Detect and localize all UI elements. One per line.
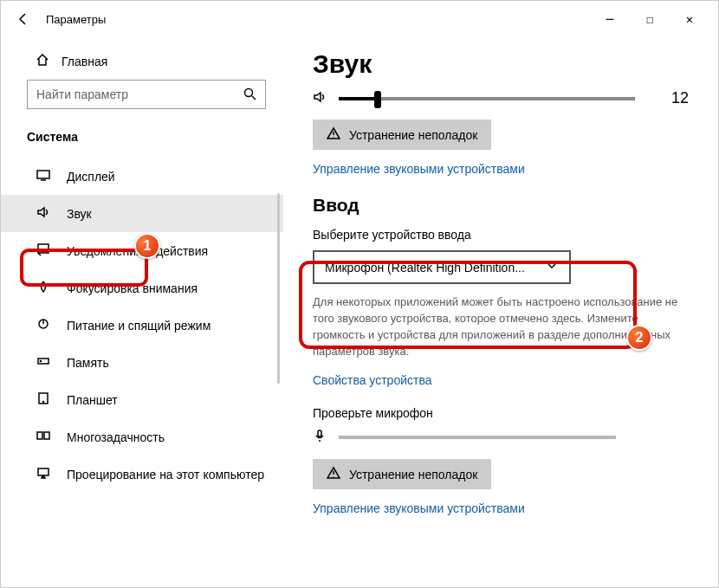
input-choose-label: Выберите устройство ввода <box>313 228 689 242</box>
sidebar-item-display[interactable]: Дисплей <box>1 158 283 195</box>
volume-value: 12 <box>654 89 689 107</box>
sidebar-item-label: Питание и спящий режим <box>67 319 211 333</box>
close-button[interactable]: ✕ <box>682 12 697 26</box>
sidebar-scrollbar[interactable] <box>277 193 280 384</box>
svg-point-0 <box>245 88 253 96</box>
annotation-badge-1: 1 <box>134 233 160 259</box>
button-label: Устранение неполадок <box>349 468 477 481</box>
dropdown-value: Микрофон (Realtek High Definition... <box>325 261 525 275</box>
chevron-down-icon <box>545 259 559 275</box>
warning-icon <box>327 466 340 482</box>
home-label: Главная <box>62 55 107 68</box>
body: Главная Найти параметр Система Дисплей <box>1 37 718 587</box>
sidebar-item-sound[interactable]: Звук <box>1 195 283 232</box>
sidebar-item-label: Планшет <box>67 393 118 407</box>
troubleshoot-output-button[interactable]: Устранение неполадок <box>313 120 491 150</box>
manage-devices-link[interactable]: Управление звуковыми устройствами <box>313 162 689 176</box>
arrow-left-icon <box>16 12 30 26</box>
window-title: Параметры <box>46 13 106 26</box>
sidebar-item-label: Звук <box>67 207 92 221</box>
input-heading: Ввод <box>313 195 689 216</box>
troubleshoot-input-button[interactable]: Устранение неполадок <box>313 459 491 489</box>
back-button[interactable] <box>8 3 39 35</box>
sidebar-item-focus[interactable]: Фокусировка внимания <box>1 269 283 307</box>
power-icon <box>36 317 51 333</box>
speaker-icon <box>313 90 327 107</box>
window-controls: ─ ☐ ✕ <box>602 12 711 26</box>
volume-row: 12 <box>313 89 689 107</box>
microphone-icon <box>313 429 327 445</box>
svg-rect-8 <box>37 432 42 439</box>
focus-icon <box>36 280 51 296</box>
page-title: Звук <box>313 49 689 79</box>
home-icon <box>36 53 49 69</box>
sidebar: Главная Найти параметр Система Дисплей <box>1 37 283 587</box>
nav-list: Дисплей Звук Уведомления и действия Фоку… <box>1 158 283 493</box>
button-label: Устранение неполадок <box>349 128 477 142</box>
sidebar-item-tablet[interactable]: Планшет <box>1 381 283 418</box>
annotation-badge-2: 2 <box>626 325 652 351</box>
svg-point-5 <box>40 360 41 361</box>
settings-window: Параметры ─ ☐ ✕ Главная Найти параметр <box>0 0 719 588</box>
svg-rect-1 <box>37 171 49 178</box>
device-properties-link[interactable]: Свойства устройства <box>313 373 689 387</box>
section-heading: Система <box>1 121 283 158</box>
main-content: Звук 12 Устранение неполадок Управление … <box>283 37 718 587</box>
home-link[interactable]: Главная <box>1 44 283 80</box>
mic-test-row <box>313 429 689 445</box>
search-input[interactable]: Найти параметр <box>27 80 266 109</box>
warning-icon <box>327 126 340 143</box>
titlebar: Параметры ─ ☐ ✕ <box>1 1 718 37</box>
svg-rect-9 <box>44 432 49 439</box>
test-mic-label: Проверьте микрофон <box>313 406 689 420</box>
svg-point-7 <box>43 402 44 403</box>
multitasking-icon <box>36 429 51 445</box>
tablet-icon <box>36 391 51 408</box>
display-icon <box>36 168 51 184</box>
svg-rect-11 <box>318 430 321 436</box>
mic-level-bar <box>339 436 616 439</box>
volume-slider[interactable] <box>339 97 635 100</box>
manage-devices-link-2[interactable]: Управление звуковыми устройствами <box>313 501 689 515</box>
sidebar-item-label: Память <box>67 356 109 370</box>
sidebar-item-label: Многозадачность <box>67 430 165 444</box>
minimize-button[interactable]: ─ <box>602 12 618 26</box>
sound-icon <box>36 205 51 222</box>
notifications-icon <box>36 242 51 259</box>
sidebar-item-label: Фокусировка внимания <box>67 281 198 295</box>
sidebar-item-projecting[interactable]: Проецирование на этот компьютер <box>1 456 283 493</box>
sidebar-item-power[interactable]: Питание и спящий режим <box>1 307 283 344</box>
search-placeholder: Найти параметр <box>36 87 128 101</box>
projecting-icon <box>36 466 51 482</box>
sidebar-item-label: Проецирование на этот компьютер <box>67 468 264 481</box>
svg-rect-2 <box>38 244 49 253</box>
storage-icon <box>36 354 51 371</box>
search-icon <box>243 87 256 103</box>
sidebar-item-multitasking[interactable]: Многозадачность <box>1 418 283 456</box>
input-device-dropdown[interactable]: Микрофон (Realtek High Definition... <box>313 250 571 284</box>
maximize-button[interactable]: ☐ <box>642 12 657 26</box>
sidebar-item-label: Дисплей <box>67 170 115 184</box>
sidebar-item-storage[interactable]: Память <box>1 344 283 381</box>
